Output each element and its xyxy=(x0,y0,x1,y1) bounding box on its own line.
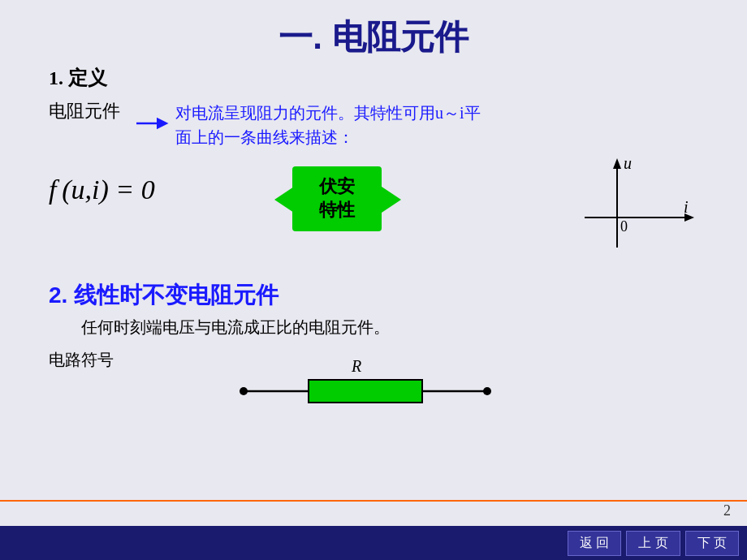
definition-row: 电阻元件 对电流呈现阻力的元件。其特性可用u～i平面上的一条曲线来描述： xyxy=(49,96,484,149)
bottom-separator xyxy=(0,500,747,502)
vi-arrow-right-icon xyxy=(382,187,401,213)
coord-axes-svg: u i 0 xyxy=(568,154,698,260)
section2-description: 任何时刻端电压与电流成正比的电阻元件。 xyxy=(81,317,390,338)
r-label: R xyxy=(351,357,361,375)
page-number: 2 xyxy=(723,502,731,519)
y-axis-label: u xyxy=(624,154,632,172)
formula-area: f (u,i) = 0 xyxy=(49,174,155,205)
right-terminal-dot xyxy=(483,387,491,395)
coordinate-system: u i 0 xyxy=(568,154,698,260)
navigation-bar: 返 回 上 页 下 页 xyxy=(0,526,747,560)
resistor-symbol-area: R xyxy=(235,357,495,414)
origin-label: 0 xyxy=(620,218,628,235)
definition-text: 对电流呈现阻力的元件。其特性可用u～i平面上的一条曲线来描述： xyxy=(175,101,484,149)
circuit-symbol-label: 电路符号 xyxy=(49,349,114,371)
formula-text: f (u,i) = 0 xyxy=(49,174,155,205)
vi-characteristic-box: 伏安 特性 xyxy=(292,166,382,231)
back-button[interactable]: 返 回 xyxy=(568,531,621,556)
definition-term: 电阻元件 xyxy=(49,96,120,123)
resistor-box xyxy=(309,380,422,403)
prev-button[interactable]: 上 页 xyxy=(626,531,680,556)
resistor-svg: R xyxy=(235,357,495,414)
slide: 一. 电阻元件 1. 定义 电阻元件 对电流呈现阻力的元件。其特性可用u～i平面… xyxy=(0,0,747,526)
y-axis-arrow xyxy=(613,158,621,169)
next-button[interactable]: 下 页 xyxy=(685,531,739,556)
vi-arrow-left-icon xyxy=(274,187,294,213)
vi-box-line2: 特性 xyxy=(319,199,355,222)
arrow-right-icon xyxy=(136,115,169,131)
x-axis-label: i xyxy=(684,198,689,216)
section2-label: 2. 线性时不变电阻元件 xyxy=(49,280,279,311)
left-terminal-dot xyxy=(240,387,248,395)
vi-box-line1: 伏安 xyxy=(319,175,355,199)
section1-label: 1. 定义 xyxy=(49,65,107,91)
slide-title: 一. 电阻元件 xyxy=(0,0,747,60)
